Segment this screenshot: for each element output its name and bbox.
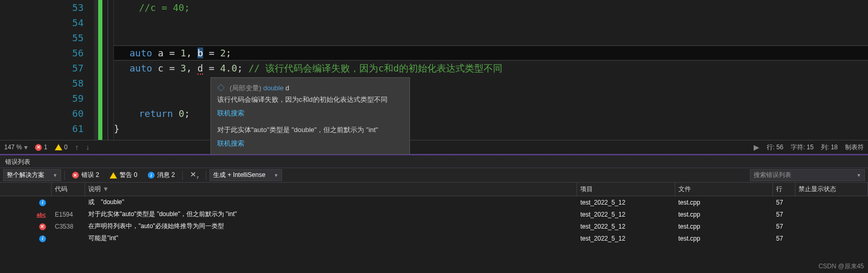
line-number: 53 bbox=[0, 0, 84, 15]
editor-status-bar: 147 %▾ ✕ 1 0 ↑ ↓ ▶ 行: 56 字符: 15 列: 18 制表… bbox=[0, 140, 868, 154]
tooltip-name: d bbox=[286, 84, 289, 92]
tooltip-desc1: 该行代码会编译失败，因为c和d的初始化表达式类型不同 bbox=[217, 94, 403, 105]
error-code[interactable]: E1594 bbox=[55, 211, 73, 218]
line-number: 58 bbox=[0, 76, 84, 91]
table-row[interactable]: abcE1594对于此实体"auto"类型是 "double"，但之前默示为 "… bbox=[0, 208, 868, 220]
status-char-label: 字符: bbox=[791, 144, 805, 151]
error-line: 57 bbox=[772, 232, 795, 244]
errors-filter[interactable]: ✕ 错误 2 bbox=[68, 169, 103, 181]
nav-up[interactable]: ↑ bbox=[75, 143, 78, 151]
line-gutter: 535455565758596061 bbox=[0, 0, 94, 140]
error-icon: ✕ bbox=[39, 223, 46, 230]
status-col-value: 18 bbox=[831, 144, 838, 151]
line-number: 54 bbox=[0, 15, 84, 30]
error-list-title: 错误列表 bbox=[0, 156, 868, 168]
error-suppress bbox=[795, 232, 867, 244]
error-icon: ✕ bbox=[72, 172, 79, 179]
line-number: 56 bbox=[0, 45, 84, 61]
error-project: test_2022_5_12 bbox=[577, 208, 675, 220]
line-number: 60 bbox=[0, 106, 84, 121]
table-row[interactable]: ✕C3538在声明符列表中，"auto"必须始终推导为同一类型test_2022… bbox=[0, 220, 868, 232]
error-suppress bbox=[795, 208, 867, 220]
watermark: CSDN @原来45 bbox=[818, 262, 864, 271]
filter-button[interactable]: ✕7 bbox=[186, 169, 203, 182]
code-line[interactable] bbox=[114, 15, 868, 30]
error-search-input[interactable]: 搜索错误列表 ▼ bbox=[750, 169, 865, 181]
tooltip-scope: (局部变量) bbox=[230, 84, 262, 92]
table-row[interactable]: i或 "double"test_2022_5_12test.cpp57 bbox=[0, 196, 868, 209]
scope-dropdown[interactable]: 整个解决方案▼ bbox=[3, 169, 61, 181]
tooltip-search-link-1[interactable]: 联机搜索 bbox=[217, 108, 403, 119]
header-line[interactable]: 行 bbox=[772, 183, 795, 196]
scroll-indicator[interactable]: ▶ bbox=[754, 143, 759, 152]
header-project[interactable]: 项目 bbox=[577, 183, 675, 196]
error-suppress bbox=[795, 196, 867, 209]
error-file: test.cpp bbox=[675, 220, 772, 232]
warnings-filter[interactable]: 警告 0 bbox=[105, 169, 142, 181]
status-char-value: 15 bbox=[807, 144, 814, 151]
tooltip-search-link-2[interactable]: 联机搜索 bbox=[217, 138, 403, 149]
header-icon[interactable] bbox=[0, 183, 51, 196]
error-code[interactable]: C3538 bbox=[55, 223, 73, 230]
table-header-row: 代码 说明 ▼ 项目 文件 行 禁止显示状态 bbox=[0, 183, 868, 196]
tooltip-type: double bbox=[263, 84, 284, 92]
nav-down[interactable]: ↓ bbox=[86, 143, 89, 151]
warning-count[interactable]: 0 bbox=[55, 144, 68, 151]
filter-icon: ✕7 bbox=[190, 170, 198, 180]
messages-filter[interactable]: i 消息 2 bbox=[144, 169, 179, 181]
error-file: test.cpp bbox=[675, 208, 772, 220]
search-placeholder: 搜索错误列表 bbox=[754, 171, 791, 180]
tooltip-desc2: 对于此实体"auto"类型是 "double"，但之前默示为 "int" bbox=[217, 124, 403, 136]
error-project: test_2022_5_12 bbox=[577, 196, 675, 209]
header-code[interactable]: 代码 bbox=[51, 183, 85, 196]
zoom-level[interactable]: 147 %▾ bbox=[4, 143, 28, 151]
error-project: test_2022_5_12 bbox=[577, 220, 675, 232]
status-line-label: 行: bbox=[767, 144, 775, 151]
error-line: 57 bbox=[772, 196, 795, 209]
error-list-toolbar: 整个解决方案▼ ✕ 错误 2 警告 0 i 消息 2 ✕7 生成 + Intel… bbox=[0, 168, 868, 183]
editor-margins bbox=[94, 0, 114, 140]
variable-icon bbox=[217, 84, 225, 91]
code-line[interactable]: //c = 40; bbox=[114, 0, 868, 15]
error-line: 57 bbox=[772, 208, 795, 220]
header-desc[interactable]: 说明 ▼ bbox=[85, 183, 577, 196]
error-file: test.cpp bbox=[675, 196, 772, 209]
intellisense-icon: abc bbox=[37, 212, 46, 218]
line-number: 61 bbox=[0, 121, 84, 136]
error-desc: 可能是"int" bbox=[85, 232, 577, 244]
code-editor[interactable]: 535455565758596061 //c = 40;auto a = 1, … bbox=[0, 0, 868, 140]
code-line[interactable] bbox=[114, 30, 868, 45]
error-file: test.cpp bbox=[675, 232, 772, 244]
build-dropdown[interactable]: 生成 + IntelliSense▼ bbox=[209, 169, 282, 181]
error-project: test_2022_5_12 bbox=[577, 232, 675, 244]
info-icon: i bbox=[39, 235, 46, 242]
status-col-label: 列: bbox=[821, 144, 829, 151]
info-icon: i bbox=[148, 172, 155, 179]
line-number: 57 bbox=[0, 61, 84, 76]
header-file[interactable]: 文件 bbox=[675, 183, 772, 196]
error-count[interactable]: ✕ 1 bbox=[35, 144, 48, 151]
status-ins-mode[interactable]: 制表符 bbox=[845, 143, 864, 152]
line-number: 55 bbox=[0, 30, 84, 45]
line-number: 59 bbox=[0, 91, 84, 106]
warning-icon bbox=[110, 172, 117, 179]
error-suppress bbox=[795, 220, 867, 232]
info-icon: i bbox=[39, 199, 46, 206]
error-table: 代码 说明 ▼ 项目 文件 行 禁止显示状态 i或 "double"test_2… bbox=[0, 183, 868, 244]
error-desc: 对于此实体"auto"类型是 "double"，但之前默示为 "int" bbox=[85, 208, 577, 220]
error-desc: 在声明符列表中，"auto"必须始终推导为同一类型 bbox=[85, 220, 577, 232]
error-line: 57 bbox=[772, 220, 795, 232]
error-icon: ✕ bbox=[35, 144, 42, 151]
warning-icon bbox=[55, 144, 62, 150]
error-desc: 或 "double" bbox=[85, 196, 577, 209]
header-suppress[interactable]: 禁止显示状态 bbox=[795, 183, 867, 196]
intellisense-tooltip: (局部变量) double d 该行代码会编译失败，因为c和d的初始化表达式类型… bbox=[210, 77, 410, 155]
table-row[interactable]: i可能是"int"test_2022_5_12test.cpp57 bbox=[0, 232, 868, 244]
code-line[interactable]: auto c = 3, d = 4.0; // 该行代码会编译失败，因为c和d的… bbox=[114, 61, 868, 76]
status-line-value: 56 bbox=[777, 144, 783, 151]
